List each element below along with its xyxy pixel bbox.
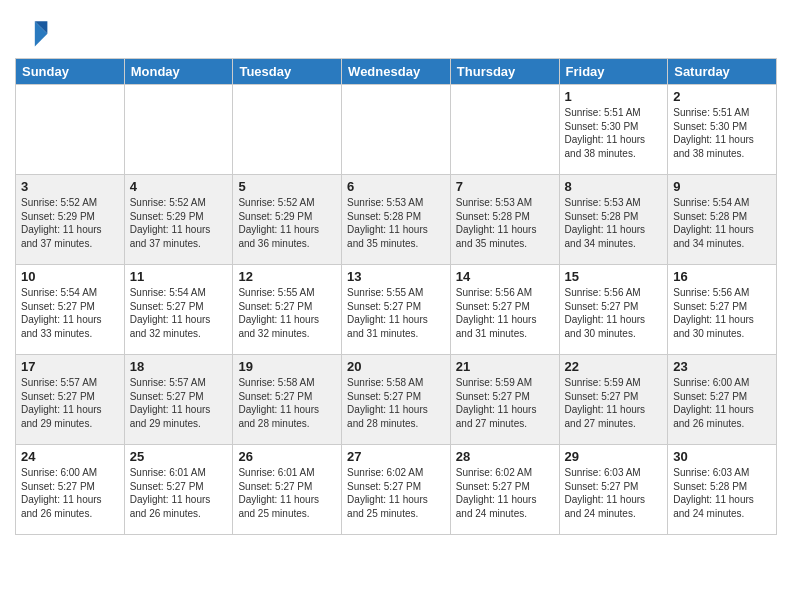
day-number: 14 <box>456 269 554 284</box>
calendar-cell: 27Sunrise: 6:02 AM Sunset: 5:27 PM Dayli… <box>342 445 451 535</box>
day-number: 27 <box>347 449 445 464</box>
calendar-cell <box>233 85 342 175</box>
calendar-cell: 17Sunrise: 5:57 AM Sunset: 5:27 PM Dayli… <box>16 355 125 445</box>
day-info: Sunrise: 5:52 AM Sunset: 5:29 PM Dayligh… <box>238 196 336 250</box>
day-number: 1 <box>565 89 663 104</box>
day-number: 5 <box>238 179 336 194</box>
day-number: 9 <box>673 179 771 194</box>
day-number: 30 <box>673 449 771 464</box>
day-info: Sunrise: 6:00 AM Sunset: 5:27 PM Dayligh… <box>21 466 119 520</box>
calendar-cell: 10Sunrise: 5:54 AM Sunset: 5:27 PM Dayli… <box>16 265 125 355</box>
day-number: 25 <box>130 449 228 464</box>
calendar-table: SundayMondayTuesdayWednesdayThursdayFrid… <box>15 58 777 535</box>
calendar-cell <box>16 85 125 175</box>
day-number: 12 <box>238 269 336 284</box>
day-number: 6 <box>347 179 445 194</box>
weekday-header: Saturday <box>668 59 777 85</box>
day-number: 28 <box>456 449 554 464</box>
calendar-cell: 29Sunrise: 6:03 AM Sunset: 5:27 PM Dayli… <box>559 445 668 535</box>
day-number: 19 <box>238 359 336 374</box>
calendar-cell: 5Sunrise: 5:52 AM Sunset: 5:29 PM Daylig… <box>233 175 342 265</box>
calendar-cell <box>124 85 233 175</box>
calendar-cell: 13Sunrise: 5:55 AM Sunset: 5:27 PM Dayli… <box>342 265 451 355</box>
day-number: 2 <box>673 89 771 104</box>
day-number: 4 <box>130 179 228 194</box>
day-info: Sunrise: 5:51 AM Sunset: 5:30 PM Dayligh… <box>565 106 663 160</box>
weekday-header-row: SundayMondayTuesdayWednesdayThursdayFrid… <box>16 59 777 85</box>
weekday-header: Sunday <box>16 59 125 85</box>
day-number: 24 <box>21 449 119 464</box>
day-info: Sunrise: 5:52 AM Sunset: 5:29 PM Dayligh… <box>21 196 119 250</box>
day-info: Sunrise: 6:03 AM Sunset: 5:28 PM Dayligh… <box>673 466 771 520</box>
day-number: 15 <box>565 269 663 284</box>
day-number: 21 <box>456 359 554 374</box>
day-info: Sunrise: 6:01 AM Sunset: 5:27 PM Dayligh… <box>238 466 336 520</box>
calendar-week-row: 24Sunrise: 6:00 AM Sunset: 5:27 PM Dayli… <box>16 445 777 535</box>
calendar-cell: 2Sunrise: 5:51 AM Sunset: 5:30 PM Daylig… <box>668 85 777 175</box>
day-number: 3 <box>21 179 119 194</box>
weekday-header: Tuesday <box>233 59 342 85</box>
weekday-header: Monday <box>124 59 233 85</box>
day-info: Sunrise: 5:53 AM Sunset: 5:28 PM Dayligh… <box>347 196 445 250</box>
day-number: 16 <box>673 269 771 284</box>
day-info: Sunrise: 5:59 AM Sunset: 5:27 PM Dayligh… <box>456 376 554 430</box>
day-info: Sunrise: 6:02 AM Sunset: 5:27 PM Dayligh… <box>456 466 554 520</box>
weekday-header: Thursday <box>450 59 559 85</box>
day-info: Sunrise: 5:58 AM Sunset: 5:27 PM Dayligh… <box>238 376 336 430</box>
day-info: Sunrise: 5:55 AM Sunset: 5:27 PM Dayligh… <box>238 286 336 340</box>
calendar-cell: 20Sunrise: 5:58 AM Sunset: 5:27 PM Dayli… <box>342 355 451 445</box>
calendar-week-row: 17Sunrise: 5:57 AM Sunset: 5:27 PM Dayli… <box>16 355 777 445</box>
logo-icon <box>15 14 51 50</box>
calendar-cell: 15Sunrise: 5:56 AM Sunset: 5:27 PM Dayli… <box>559 265 668 355</box>
day-number: 7 <box>456 179 554 194</box>
weekday-header: Wednesday <box>342 59 451 85</box>
calendar-cell: 6Sunrise: 5:53 AM Sunset: 5:28 PM Daylig… <box>342 175 451 265</box>
calendar-cell: 21Sunrise: 5:59 AM Sunset: 5:27 PM Dayli… <box>450 355 559 445</box>
day-number: 11 <box>130 269 228 284</box>
day-number: 17 <box>21 359 119 374</box>
calendar-cell: 11Sunrise: 5:54 AM Sunset: 5:27 PM Dayli… <box>124 265 233 355</box>
calendar-cell: 22Sunrise: 5:59 AM Sunset: 5:27 PM Dayli… <box>559 355 668 445</box>
day-number: 20 <box>347 359 445 374</box>
calendar-cell: 7Sunrise: 5:53 AM Sunset: 5:28 PM Daylig… <box>450 175 559 265</box>
page-header <box>15 10 777 50</box>
day-info: Sunrise: 5:57 AM Sunset: 5:27 PM Dayligh… <box>21 376 119 430</box>
day-info: Sunrise: 6:01 AM Sunset: 5:27 PM Dayligh… <box>130 466 228 520</box>
day-info: Sunrise: 5:51 AM Sunset: 5:30 PM Dayligh… <box>673 106 771 160</box>
calendar-week-row: 10Sunrise: 5:54 AM Sunset: 5:27 PM Dayli… <box>16 265 777 355</box>
calendar-cell <box>450 85 559 175</box>
day-info: Sunrise: 5:59 AM Sunset: 5:27 PM Dayligh… <box>565 376 663 430</box>
logo <box>15 14 55 50</box>
calendar-cell: 9Sunrise: 5:54 AM Sunset: 5:28 PM Daylig… <box>668 175 777 265</box>
calendar-cell <box>342 85 451 175</box>
day-info: Sunrise: 5:52 AM Sunset: 5:29 PM Dayligh… <box>130 196 228 250</box>
day-info: Sunrise: 5:54 AM Sunset: 5:27 PM Dayligh… <box>21 286 119 340</box>
day-info: Sunrise: 5:56 AM Sunset: 5:27 PM Dayligh… <box>456 286 554 340</box>
day-number: 23 <box>673 359 771 374</box>
day-info: Sunrise: 6:00 AM Sunset: 5:27 PM Dayligh… <box>673 376 771 430</box>
calendar-cell: 30Sunrise: 6:03 AM Sunset: 5:28 PM Dayli… <box>668 445 777 535</box>
calendar-cell: 24Sunrise: 6:00 AM Sunset: 5:27 PM Dayli… <box>16 445 125 535</box>
day-number: 13 <box>347 269 445 284</box>
calendar-week-row: 3Sunrise: 5:52 AM Sunset: 5:29 PM Daylig… <box>16 175 777 265</box>
calendar-cell: 26Sunrise: 6:01 AM Sunset: 5:27 PM Dayli… <box>233 445 342 535</box>
calendar-cell: 3Sunrise: 5:52 AM Sunset: 5:29 PM Daylig… <box>16 175 125 265</box>
calendar-cell: 18Sunrise: 5:57 AM Sunset: 5:27 PM Dayli… <box>124 355 233 445</box>
day-info: Sunrise: 5:56 AM Sunset: 5:27 PM Dayligh… <box>673 286 771 340</box>
day-number: 29 <box>565 449 663 464</box>
day-info: Sunrise: 5:54 AM Sunset: 5:27 PM Dayligh… <box>130 286 228 340</box>
day-info: Sunrise: 5:53 AM Sunset: 5:28 PM Dayligh… <box>565 196 663 250</box>
calendar-cell: 8Sunrise: 5:53 AM Sunset: 5:28 PM Daylig… <box>559 175 668 265</box>
day-info: Sunrise: 6:02 AM Sunset: 5:27 PM Dayligh… <box>347 466 445 520</box>
day-number: 8 <box>565 179 663 194</box>
day-info: Sunrise: 5:53 AM Sunset: 5:28 PM Dayligh… <box>456 196 554 250</box>
day-number: 26 <box>238 449 336 464</box>
weekday-header: Friday <box>559 59 668 85</box>
calendar-cell: 12Sunrise: 5:55 AM Sunset: 5:27 PM Dayli… <box>233 265 342 355</box>
day-info: Sunrise: 6:03 AM Sunset: 5:27 PM Dayligh… <box>565 466 663 520</box>
calendar-week-row: 1Sunrise: 5:51 AM Sunset: 5:30 PM Daylig… <box>16 85 777 175</box>
calendar-cell: 16Sunrise: 5:56 AM Sunset: 5:27 PM Dayli… <box>668 265 777 355</box>
calendar-cell: 23Sunrise: 6:00 AM Sunset: 5:27 PM Dayli… <box>668 355 777 445</box>
calendar-cell: 14Sunrise: 5:56 AM Sunset: 5:27 PM Dayli… <box>450 265 559 355</box>
day-info: Sunrise: 5:54 AM Sunset: 5:28 PM Dayligh… <box>673 196 771 250</box>
